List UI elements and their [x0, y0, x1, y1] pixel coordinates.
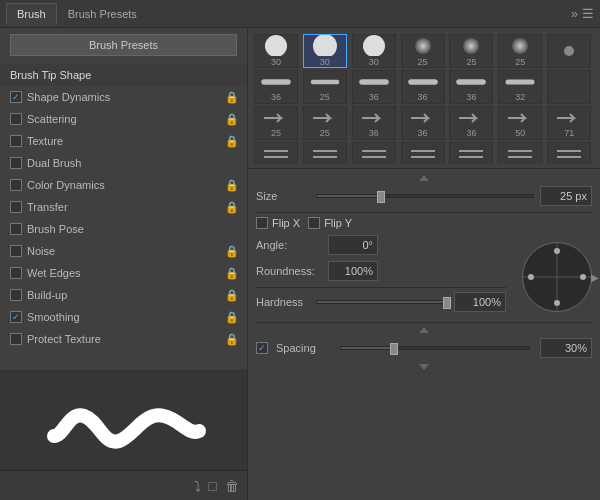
noise-item[interactable]: Noise 🔒 — [0, 240, 247, 262]
texture-item[interactable]: Texture 🔒 — [0, 130, 247, 152]
spacing-arrow-down[interactable] — [419, 364, 429, 370]
brush-grid-cell-17[interactable]: 36 — [401, 106, 445, 140]
buildup-item[interactable]: Build-up 🔒 — [0, 284, 247, 306]
spacing-slider-thumb[interactable] — [390, 343, 398, 355]
texture-label: Texture — [27, 135, 63, 147]
brush-grid-cell-18[interactable]: 36 — [449, 106, 493, 140]
brush-cell-label-3: 25 — [418, 57, 428, 67]
brush-grid-cell-19[interactable]: 50 — [498, 106, 542, 140]
dual-brush-checkbox[interactable] — [10, 157, 22, 169]
angle-wheel[interactable]: ▶ — [522, 242, 592, 312]
smoothing-checkbox[interactable] — [10, 311, 22, 323]
brush-cell-label-21: 25 — [271, 164, 281, 165]
brush-grid-cell-23[interactable]: 50 — [352, 142, 396, 164]
brush-grid-cell-14[interactable]: 25 — [254, 106, 298, 140]
size-slider-track[interactable] — [316, 194, 534, 198]
flip-x-group[interactable]: Flip X — [256, 217, 300, 229]
history-brush-icon[interactable]: ⤵ — [194, 478, 201, 494]
brush-grid-cell-10[interactable]: 36 — [401, 70, 445, 104]
brush-grid-cell-20[interactable]: 71 — [547, 106, 591, 140]
spacing-arrow-up[interactable] — [419, 327, 429, 333]
brush-grid-cell-24[interactable]: 50 — [401, 142, 445, 164]
buildup-lock: 🔒 — [225, 289, 239, 302]
protect-texture-item[interactable]: Protect Texture 🔒 — [0, 328, 247, 350]
wet-edges-label: Wet Edges — [27, 267, 81, 279]
brush-grid-cell-6[interactable] — [547, 34, 591, 68]
shape-dynamics-checkbox[interactable] — [10, 91, 22, 103]
spacing-checkbox[interactable] — [256, 342, 268, 354]
brush-grid-cell-21[interactable]: 25 — [254, 142, 298, 164]
spacing-value-box[interactable]: 30% — [540, 338, 592, 358]
flip-y-checkbox[interactable] — [308, 217, 320, 229]
tab-bar: Brush Brush Presets » ☰ — [0, 0, 600, 28]
brush-cell-label-0: 30 — [271, 57, 281, 67]
hardness-slider-track[interactable] — [316, 300, 448, 304]
color-dynamics-item[interactable]: Color Dynamics 🔒 — [0, 174, 247, 196]
flip-x-checkbox[interactable] — [256, 217, 268, 229]
brush-pose-label: Brush Pose — [27, 223, 84, 235]
brush-grid-cell-22[interactable]: 25 — [303, 142, 347, 164]
brush-grid-cell-27[interactable]: 71 — [547, 142, 591, 164]
spacing-slider-area — [340, 346, 530, 350]
brush-pose-item[interactable]: Brush Pose — [0, 218, 247, 240]
brush-grid-cell-12[interactable]: 32 — [498, 70, 542, 104]
brush-grid-cell-0[interactable]: 30 — [254, 34, 298, 68]
roundness-value[interactable]: 100% — [328, 261, 378, 281]
new-brush-icon[interactable]: □ — [209, 478, 217, 494]
buildup-label: Build-up — [27, 289, 67, 301]
brush-grid-cell-26[interactable]: 50 — [498, 142, 542, 164]
brush-presets-button[interactable]: Brush Presets — [10, 34, 237, 56]
buildup-checkbox[interactable] — [10, 289, 22, 301]
brush-grid-cell-3[interactable]: 25 — [401, 34, 445, 68]
size-arrow-up[interactable] — [419, 175, 429, 181]
hardness-slider-thumb[interactable] — [443, 297, 451, 309]
brush-grid-cell-25[interactable]: 50 — [449, 142, 493, 164]
flip-y-group[interactable]: Flip Y — [308, 217, 352, 229]
brush-stroke-preview — [34, 381, 214, 461]
size-label: Size — [256, 190, 316, 202]
scattering-checkbox[interactable] — [10, 113, 22, 125]
dual-brush-item[interactable]: Dual Brush — [0, 152, 247, 174]
brush-grid-cell-16[interactable]: 36 — [352, 106, 396, 140]
smoothing-item[interactable]: Smoothing 🔒 — [0, 306, 247, 328]
transfer-checkbox[interactable] — [10, 201, 22, 213]
angle-value[interactable]: 0° — [328, 235, 378, 255]
texture-checkbox[interactable] — [10, 135, 22, 147]
brush-grid-cell-5[interactable]: 25 — [498, 34, 542, 68]
menu-icon[interactable]: ☰ — [582, 6, 594, 21]
wet-edges-checkbox[interactable] — [10, 267, 22, 279]
size-value-box[interactable]: 25 px — [540, 186, 592, 206]
brush-grid-cell-9[interactable]: 36 — [352, 70, 396, 104]
noise-checkbox[interactable] — [10, 245, 22, 257]
scattering-item[interactable]: Scattering 🔒 — [0, 108, 247, 130]
brush-grid-cell-2[interactable]: 30 — [352, 34, 396, 68]
brush-cell-label-25: 50 — [466, 164, 476, 165]
size-slider-thumb[interactable] — [377, 191, 385, 203]
brush-grid-cell-4[interactable]: 25 — [449, 34, 493, 68]
brush-grid-container: 3030302525253625363636322525363636507125… — [248, 28, 600, 169]
protect-texture-checkbox[interactable] — [10, 333, 22, 345]
brush-grid-cell-7[interactable]: 36 — [254, 70, 298, 104]
transfer-item[interactable]: Transfer 🔒 — [0, 196, 247, 218]
expand-icon[interactable]: » — [571, 6, 578, 21]
color-dynamics-checkbox[interactable] — [10, 179, 22, 191]
wheel-right-arrow: ▶ — [591, 271, 599, 282]
brush-grid-cell-15[interactable]: 25 — [303, 106, 347, 140]
brush-tip-shape-item[interactable]: Brush Tip Shape — [0, 64, 247, 86]
hardness-value-box[interactable]: 100% — [454, 292, 506, 312]
brush-cell-label-2: 30 — [369, 57, 379, 67]
tab-brush[interactable]: Brush — [6, 3, 57, 25]
brush-cell-label-11: 36 — [466, 92, 476, 102]
tab-brush-presets[interactable]: Brush Presets — [57, 3, 148, 24]
brush-cell-label-16: 36 — [369, 128, 379, 138]
brush-grid-cell-8[interactable]: 25 — [303, 70, 347, 104]
shape-dynamics-item[interactable]: Shape Dynamics 🔒 — [0, 86, 247, 108]
spacing-slider-track[interactable] — [340, 346, 530, 350]
delete-brush-icon[interactable]: 🗑 — [225, 478, 239, 494]
wet-edges-item[interactable]: Wet Edges 🔒 — [0, 262, 247, 284]
brush-grid-cell-13[interactable] — [547, 70, 591, 104]
protect-texture-lock: 🔒 — [225, 333, 239, 346]
brush-pose-checkbox[interactable] — [10, 223, 22, 235]
brush-grid-cell-11[interactable]: 36 — [449, 70, 493, 104]
brush-grid-cell-1[interactable]: 30 — [303, 34, 347, 68]
